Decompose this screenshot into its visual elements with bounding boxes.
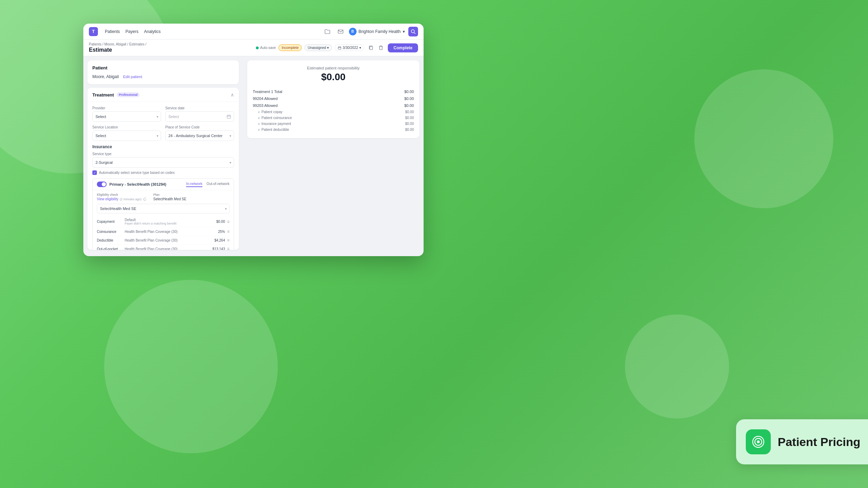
provider-label: Provider — [92, 106, 161, 110]
summary-line-99203: 99203 Allowed $0.00 — [253, 102, 414, 109]
nav-analytics[interactable]: Analytics — [144, 28, 161, 35]
patient-deductible-chevron-icon[interactable]: ∨ — [258, 128, 260, 132]
service-date-placeholder: Select — [168, 115, 179, 119]
service-type-label: Service type — [92, 152, 234, 156]
service-location-select[interactable]: Select — [92, 131, 161, 141]
summary-line-patient-copay: ∨ Patient copay $0.00 — [253, 109, 414, 115]
nav-payers[interactable]: Payers — [125, 28, 138, 35]
treatment-header: Treatment Professional ∧ — [87, 88, 239, 102]
copy-icon[interactable] — [367, 44, 375, 52]
fee-schedule-select[interactable]: SelectHealth Med SE — [97, 204, 229, 213]
unassigned-label: Unassigned — [308, 46, 326, 50]
insurance-section: Primary - SelectHealth (301294) In-netwo… — [92, 178, 234, 250]
provider-select[interactable]: Select — [92, 111, 161, 122]
action-icons — [367, 44, 385, 52]
svg-rect-2 — [338, 47, 341, 49]
status-incomplete-badge[interactable]: Incomplete — [278, 44, 302, 51]
99204-value: $0.00 — [404, 96, 414, 101]
right-panel: Estimated patient responsibility $0.00 T… — [243, 56, 424, 254]
benefit-menu-copayment[interactable]: ≡ — [227, 219, 229, 224]
service-location-label: Service Location — [92, 125, 161, 129]
sub-header-right: Auto-save Incomplete Unassigned ▾ 3/30/2… — [256, 43, 418, 52]
treatment-title-area: Treatment Professional — [92, 92, 140, 98]
patient-pricing-icon — [746, 429, 771, 454]
benefit-value-deductible: $4,264 — [214, 238, 225, 242]
search-button[interactable] — [408, 27, 418, 36]
patient-pricing-label: Patient Pricing — [778, 435, 860, 449]
nav-patients[interactable]: Patients — [105, 28, 120, 35]
benefit-row-oop: Out-of-pocket Health Benefit Plan Covera… — [97, 245, 229, 250]
bg-decoration-3 — [104, 280, 278, 453]
folder-icon[interactable] — [323, 27, 332, 36]
eligibility-row: Eligibility check View eligibility (2 mi… — [97, 193, 229, 201]
patient-pricing-banner: Patient Pricing — [736, 419, 868, 464]
plan-value: SelectHealth Med SE — [153, 197, 186, 201]
service-date-input[interactable]: Select — [165, 111, 234, 122]
auto-select-checkbox[interactable]: ✓ — [92, 170, 97, 175]
pos-code-wrapper: 24 - Ambulatory Surgical Center — [165, 131, 234, 141]
status-unassigned-badge[interactable]: Unassigned ▾ — [304, 44, 332, 51]
benefit-menu-deductible[interactable]: ≡ — [227, 238, 229, 243]
treatment-body: Provider Select Service date Select — [87, 102, 239, 250]
auto-select-row: ✓ Automatically select service type base… — [92, 170, 234, 175]
mail-icon[interactable] — [336, 27, 345, 36]
elig-check-label: Eligibility check — [97, 193, 147, 196]
patient-deductible-value: $0.00 — [405, 128, 414, 132]
delete-icon[interactable] — [377, 44, 385, 52]
benefit-menu-oop[interactable]: ≡ — [227, 246, 229, 250]
in-network-tab[interactable]: In-network — [186, 182, 202, 187]
location-pos-row: Service Location Select Place of Service… — [92, 125, 234, 141]
pos-code-label: Place of Service Code — [165, 125, 234, 129]
date-value: 3/30/2022 — [343, 46, 358, 50]
service-type-wrapper: 2-Surgical — [92, 157, 234, 168]
benefit-row-copayment: Copayment Default Payer didn't return a … — [97, 216, 229, 227]
edit-patient-link[interactable]: Edit patient — [123, 75, 142, 79]
service-type-select[interactable]: 2-Surgical — [92, 157, 234, 168]
insurance-toggle[interactable] — [97, 182, 107, 187]
nav-logo: T — [89, 27, 98, 36]
out-network-tab[interactable]: Out-of-network — [207, 182, 229, 187]
provider-date-row: Provider Select Service date Select — [92, 106, 234, 122]
pos-code-select[interactable]: 24 - Ambulatory Surgical Center — [165, 131, 234, 141]
left-panel: Patient Moore, Abigail Edit patient Trea… — [83, 56, 243, 254]
insurance-title-area: Primary - SelectHealth (301294) — [97, 182, 166, 187]
svg-rect-4 — [227, 115, 231, 118]
benefit-value-copayment: $0.00 — [216, 220, 225, 224]
treatment-collapse-icon[interactable]: ∧ — [231, 92, 234, 98]
service-date-group: Service date Select — [165, 106, 234, 122]
99204-label: 99204 Allowed — [253, 96, 278, 101]
patient-info: Moore, Abigail Edit patient — [92, 73, 234, 79]
benefit-menu-coinsurance[interactable]: ≡ — [227, 229, 229, 234]
view-eligibility-link[interactable]: View eligibility — [97, 197, 118, 201]
date-badge[interactable]: 3/30/2022 ▾ — [335, 44, 365, 51]
network-tabs: In-network Out-of-network — [186, 182, 229, 187]
service-location-group: Service Location Select — [92, 125, 161, 141]
org-name-area[interactable]: B Brighton Family Health ▾ — [349, 28, 405, 35]
complete-button[interactable]: Complete — [388, 43, 418, 52]
org-avatar: B — [349, 28, 357, 35]
insurance-section-label: Insurance — [92, 144, 234, 149]
refresh-icon[interactable] — [143, 197, 147, 201]
date-chevron-icon: ▾ — [359, 46, 361, 50]
treatment-total-label: Treatment 1 Total — [253, 90, 282, 94]
eligibility-time: (2 minutes ago) — [120, 197, 142, 201]
patient-copay-label: Patient copay — [261, 110, 283, 114]
provider-group: Provider Select — [92, 106, 161, 122]
99203-value: $0.00 — [404, 103, 414, 108]
patient-coinsurance-chevron-icon[interactable]: ∨ — [258, 116, 260, 120]
nav-links: Patients Payers Analytics — [105, 28, 161, 35]
org-name: Brighton Family Health — [359, 29, 401, 34]
patient-copay-chevron-icon[interactable]: ∨ — [258, 110, 260, 114]
insurance-name: Primary - SelectHealth (301294) — [109, 182, 166, 186]
nav-right: B Brighton Family Health ▾ — [323, 27, 418, 36]
main-content: Patient Moore, Abigail Edit patient Trea… — [83, 56, 424, 254]
benefit-source-deductible: Health Benefit Plan Coverage (30) — [125, 238, 214, 242]
benefit-value-coinsurance: 25% — [218, 230, 225, 234]
summary-line-patient-deductible: ∨ Patient deductible $0.00 — [253, 127, 414, 133]
benefit-type-copayment: Copayment — [97, 220, 125, 224]
benefit-type-deductible: Deductible — [97, 238, 125, 242]
insurance-payment-chevron-icon[interactable]: ∨ — [258, 122, 260, 126]
insurance-body: Eligibility check View eligibility (2 mi… — [93, 190, 234, 250]
main-window: T Patients Payers Analytics B Brighton F… — [83, 24, 424, 256]
page-title: Estimate — [89, 47, 147, 53]
